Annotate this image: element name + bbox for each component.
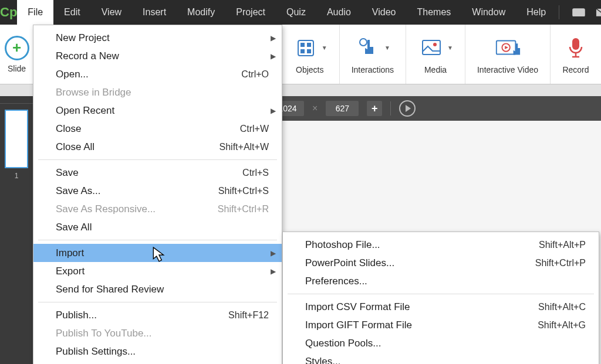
file-menu-save-as[interactable]: Save As...Shift+Ctrl+S [33,182,282,200]
menu-item-shortcut: Ctrl+O [241,69,269,80]
menu-item-shortcut: Ctrl+S [242,168,269,178]
menu-item-label: Publish Settings... [56,346,269,358]
menu-divider [38,302,277,302]
file-menu-close[interactable]: CloseCtrl+W [33,120,282,138]
menu-item-label: Open... [56,69,241,80]
menu-item-shortcut: Shift+Alt+C [538,302,586,312]
canvas-height-input[interactable]: 627 [326,101,359,116]
svg-rect-0 [573,9,585,16]
import-menu-import-csv-format-file[interactable]: Import CSV Format FileShift+Alt+C [283,298,599,316]
svg-rect-6 [596,9,601,16]
file-menu-browse-in-bridge: Browse in Bridge [33,83,282,101]
menu-item-label: Record a New [56,50,269,62]
play-button[interactable] [399,100,416,117]
ribbon-slide-label: Slide [8,64,26,73]
media-icon [418,35,445,62]
svg-rect-13 [423,40,440,55]
ribbon-label: Interactive Video [477,65,538,74]
filmstrip: 1 [0,96,33,364]
svg-rect-4 [581,10,582,11]
chevron-right-icon: ▶ [271,249,276,257]
menu-item-label: Close All [56,141,220,153]
menubar-item-quiz[interactable]: Quiz [276,0,316,25]
chevron-right-icon: ▶ [271,34,276,42]
mail-icon[interactable] [596,6,601,19]
menu-item-label: Save As Responsive... [56,203,218,215]
menubar-item-edit[interactable]: Edit [53,0,91,25]
file-menu-print[interactable]: Print... [33,360,282,364]
file-menu-publish[interactable]: Publish...Shift+F12 [33,306,282,324]
ribbon-interactive-video[interactable]: Interactive Video [465,25,551,84]
menubar-item-video[interactable]: Video [362,0,407,25]
svg-rect-17 [572,38,579,50]
keyboard-icon[interactable] [572,6,585,19]
menu-item-label: Question Pools... [305,338,586,349]
file-menu-import[interactable]: Import▶ [33,244,282,262]
menubar-item-modify[interactable]: Modify [177,0,225,25]
menubar-right: 1 / [556,5,601,19]
ribbon-media[interactable]: ▼Media [406,25,465,84]
menu-item-shortcut: Shift+Ctrl+R [218,204,269,215]
file-menu-publish-settings[interactable]: Publish Settings... [33,342,282,360]
chevron-right-icon: ▶ [271,267,276,275]
objects-icon [292,35,319,62]
menu-item-label: Save All [56,222,269,233]
menu-item-shortcut: Shift+Alt+P [539,240,586,250]
import-menu-preferences[interactable]: Preferences... [283,272,599,290]
menubar-item-window[interactable]: Window [461,0,516,25]
menubar-item-help[interactable]: Help [516,0,556,25]
file-menu-save-all[interactable]: Save All [33,218,282,236]
menu-item-label: Import [56,247,269,259]
menubar-item-file[interactable]: File [17,0,53,25]
file-menu: New Project▶Record a New▶Open...Ctrl+OBr… [33,25,282,364]
ribbon-interactions[interactable]: ▼Interactions [340,25,406,84]
ribbon-slide[interactable]: + Slide [0,25,34,84]
import-menu-import-gift-format-file[interactable]: Import GIFT Format FileShift+Alt+G [283,316,599,334]
menubar-item-themes[interactable]: Themes [406,0,461,25]
file-menu-record-a-new[interactable]: Record a New▶ [33,47,282,65]
menu-item-label: New Project [56,32,269,44]
menu-item-label: Import GIFT Format File [305,319,538,331]
menu-item-shortcut: Shift+Alt+W [220,142,269,152]
file-menu-new-project[interactable]: New Project▶ [33,29,282,47]
svg-rect-2 [576,10,578,11]
menubar-item-audio[interactable]: Audio [316,0,362,25]
menu-item-shortcut: Shift+F12 [228,310,269,321]
file-menu-send-for-shared-review[interactable]: Send for Shared Review [33,280,282,298]
ribbon-label: Record [562,65,589,74]
import-menu-question-pools[interactable]: Question Pools... [283,334,599,352]
import-menu-photoshop-file[interactable]: Photoshop File...Shift+Alt+P [283,236,599,254]
slide-number: 1 [15,172,19,180]
menubar-item-insert[interactable]: Insert [132,0,177,25]
chevron-right-icon: ▶ [271,107,276,115]
ribbon-label: Interactions [352,65,394,74]
file-menu-open[interactable]: Open...Ctrl+O [33,65,282,83]
menu-divider [288,294,594,294]
menu-item-shortcut: Ctrl+W [240,124,269,134]
slide-thumbnail[interactable] [5,110,28,168]
add-button[interactable]: + [367,101,382,116]
file-menu-export[interactable]: Export▶ [33,262,282,280]
interactions-icon [355,35,382,62]
import-menu-styles[interactable]: Styles... [283,352,599,364]
ribbon-objects[interactable]: ▼Objects [281,25,340,84]
svg-rect-10 [300,49,305,53]
svg-point-14 [433,43,437,46]
import-menu-powerpoint-slides[interactable]: PowerPoint Slides...Shift+Ctrl+P [283,254,599,272]
menubar: Cp FileEditViewInsertModifyProjectQuizAu… [0,0,601,25]
chevron-right-icon: ▶ [271,52,276,60]
menubar-item-view[interactable]: View [91,0,132,25]
file-menu-save[interactable]: SaveCtrl+S [33,164,282,182]
import-submenu: Photoshop File...Shift+Alt+PPowerPoint S… [282,232,599,364]
menu-item-label: Styles... [305,356,586,365]
file-menu-close-all[interactable]: Close AllShift+Alt+W [33,138,282,156]
menu-item-label: Publish... [56,309,228,321]
svg-rect-1 [575,10,576,11]
file-menu-open-recent[interactable]: Open Recent▶ [33,101,282,120]
menu-item-label: Browse in Bridge [56,87,269,98]
menu-item-label: Preferences... [305,275,586,287]
menubar-item-project[interactable]: Project [225,0,276,25]
ribbon-label: Objects [296,65,323,74]
ribbon-record[interactable]: Record [551,25,601,84]
plus-circle-icon: + [5,36,29,60]
